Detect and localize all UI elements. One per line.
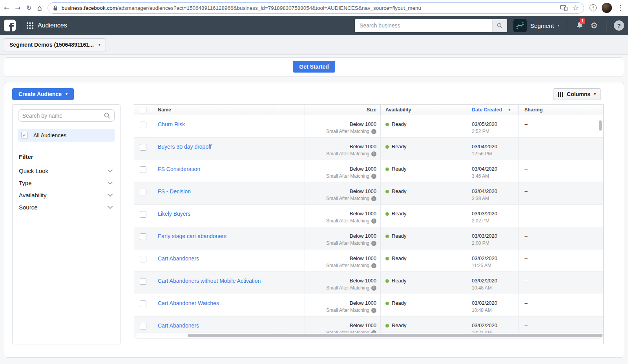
- info-icon[interactable]: i: [371, 286, 376, 291]
- reload-icon[interactable]: ↻: [26, 5, 32, 11]
- row-checkbox[interactable]: [140, 144, 146, 151]
- ad-account-selector[interactable]: Segment Demos (15064891161... ▾: [4, 38, 106, 51]
- availability-status: Ready: [392, 233, 407, 240]
- notifications-button[interactable]: 1: [575, 21, 584, 30]
- audience-name-link[interactable]: Early stage cart abandoners: [158, 233, 226, 239]
- sharing-value: --: [524, 322, 528, 328]
- row-checkbox[interactable]: [140, 189, 146, 195]
- back-icon[interactable]: ←: [4, 5, 9, 11]
- audiences-table: Name Size Availability Date Created▾ Sha…: [134, 104, 604, 344]
- check-icon: ✓: [22, 132, 27, 138]
- filter-item[interactable]: Quick Look: [18, 165, 115, 177]
- audience-row: Cart Abandoner Watches Below 1000 Small …: [134, 294, 603, 317]
- horizontal-scrollbar[interactable]: [134, 333, 603, 339]
- get-started-button[interactable]: Get Started: [293, 61, 335, 73]
- row-checkbox[interactable]: [140, 233, 146, 240]
- info-icon[interactable]: i: [371, 218, 376, 224]
- chevron-down-icon: [107, 206, 113, 209]
- audience-size-note: Small After Matching: [326, 284, 369, 291]
- audience-size-note: Small After Matching: [326, 262, 369, 269]
- divider: [21, 20, 21, 31]
- audience-row: Early stage cart abandoners Below 1000 S…: [134, 227, 603, 249]
- audience-name-link[interactable]: Cart Abandoners: [158, 322, 199, 329]
- filter-item[interactable]: Source: [18, 201, 115, 213]
- lock-icon: [53, 5, 58, 11]
- header-size[interactable]: Size: [305, 105, 381, 115]
- facebook-top-nav: f Audiences Segment ▾: [0, 16, 628, 35]
- date-created: 03/04/2020: [472, 188, 518, 195]
- bookmark-star-icon[interactable]: ☆: [573, 4, 579, 11]
- audience-name-link[interactable]: FS - Decision: [158, 188, 191, 195]
- audience-name-link[interactable]: Churn Risk: [158, 121, 185, 127]
- business-name: Segment: [530, 22, 554, 29]
- sharing-value: --: [524, 188, 528, 194]
- name-search-input[interactable]: [22, 113, 101, 119]
- info-icon[interactable]: i: [371, 241, 376, 246]
- header-date-created[interactable]: Date Created▾: [467, 105, 519, 115]
- row-spacer: [280, 317, 305, 333]
- horizontal-scrollbar-thumb[interactable]: [188, 334, 602, 337]
- row-checkbox[interactable]: [140, 300, 146, 307]
- audience-name-link[interactable]: Cart Abandoner Watches: [158, 300, 219, 306]
- info-icon[interactable]: i: [371, 263, 376, 268]
- filter-item-label: Source: [19, 204, 38, 211]
- audience-name-link[interactable]: Cart Abandoners: [158, 255, 199, 262]
- extension-alert-icon[interactable]: !: [590, 4, 597, 11]
- name-search: [18, 109, 115, 122]
- info-icon[interactable]: i: [371, 196, 376, 201]
- filter-item[interactable]: Type: [18, 177, 115, 189]
- browser-profile-avatar[interactable]: [602, 3, 612, 13]
- columns-button[interactable]: Columns ▾: [553, 88, 601, 100]
- facebook-logo[interactable]: f: [4, 20, 16, 31]
- header-sharing[interactable]: Sharing: [519, 105, 603, 115]
- audience-name-link[interactable]: Buyers 30 day dropoff: [158, 144, 212, 150]
- sharing-value: --: [524, 144, 528, 149]
- audience-name-link[interactable]: Likely Buyers: [158, 211, 190, 217]
- time-created: 2:00 PM: [472, 240, 518, 247]
- select-all-checkbox[interactable]: [140, 107, 146, 113]
- vertical-scrollbar-thumb[interactable]: [599, 120, 602, 131]
- info-icon[interactable]: i: [371, 308, 376, 313]
- search-icon[interactable]: [492, 19, 507, 32]
- sharing-value: --: [524, 121, 528, 127]
- row-checkbox[interactable]: [140, 122, 146, 128]
- business-switcher[interactable]: Segment ▾: [513, 19, 559, 32]
- date-created: 03/04/2020: [472, 166, 518, 173]
- send-to-devices-icon[interactable]: [560, 5, 568, 11]
- address-bar[interactable]: business.facebook.com/adsmanager/audienc…: [47, 2, 584, 14]
- availability-status: Ready: [392, 255, 407, 262]
- all-audiences-toggle[interactable]: ✓ All Audiences: [18, 129, 115, 142]
- row-spacer: [280, 182, 305, 204]
- row-checkbox[interactable]: [140, 166, 146, 173]
- app-grid-icon[interactable]: [26, 22, 34, 29]
- info-icon[interactable]: i: [371, 151, 376, 157]
- availability-status: Ready: [392, 143, 407, 150]
- filter-item-label: Availability: [19, 192, 47, 198]
- info-icon[interactable]: i: [371, 174, 376, 179]
- filter-item[interactable]: Availability: [18, 189, 115, 201]
- forward-icon[interactable]: →: [15, 5, 20, 11]
- settings-button[interactable]: ⚙: [590, 21, 598, 30]
- browser-menu-icon[interactable]: ⋮: [617, 4, 624, 11]
- status-dot-icon: [385, 235, 389, 238]
- create-audience-button[interactable]: Create Audience ▾: [12, 88, 74, 100]
- row-checkbox[interactable]: [140, 211, 146, 218]
- date-created: 03/05/2020: [472, 121, 518, 128]
- business-search-input[interactable]: [355, 22, 492, 29]
- all-audiences-checkbox[interactable]: ✓: [21, 132, 28, 138]
- chevron-down-icon: [107, 193, 113, 197]
- info-icon[interactable]: i: [371, 129, 376, 134]
- row-checkbox[interactable]: [140, 256, 146, 262]
- row-checkbox[interactable]: [140, 278, 146, 285]
- audience-row: Churn Risk Below 1000 Small After Matchi…: [134, 115, 603, 138]
- home-icon[interactable]: ⌂: [37, 4, 42, 12]
- row-checkbox[interactable]: [140, 323, 146, 329]
- date-created: 03/03/2020: [472, 210, 518, 217]
- divider: [567, 20, 567, 31]
- help-button[interactable]: ?: [614, 20, 624, 31]
- header-availability[interactable]: Availability: [381, 105, 467, 115]
- header-name[interactable]: Name: [152, 105, 280, 115]
- chevron-down-icon: [107, 169, 113, 173]
- audience-name-link[interactable]: FS Consideration: [158, 166, 200, 172]
- audience-name-link[interactable]: Cart Abandoners without Mobile Activatio…: [158, 278, 261, 284]
